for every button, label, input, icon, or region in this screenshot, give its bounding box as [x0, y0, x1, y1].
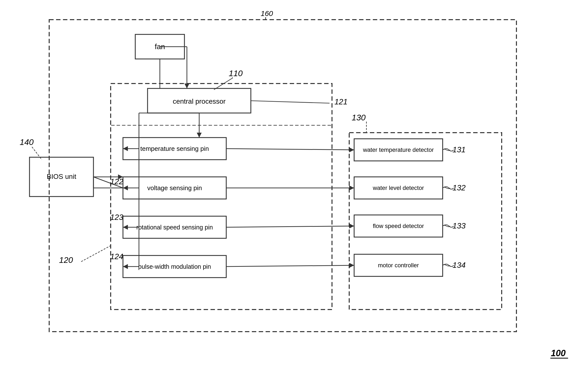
svg-marker-29 — [349, 263, 354, 268]
motor-ctrl-label: motor controller — [378, 262, 419, 269]
ref-160-label: 160 — [261, 9, 273, 17]
svg-marker-16 — [123, 264, 128, 269]
ref-122-text: 122 — [110, 177, 123, 186]
bios-label: BIOS unit — [47, 173, 76, 180]
svg-marker-27 — [349, 224, 354, 228]
svg-line-34 — [81, 246, 111, 262]
svg-line-28 — [226, 265, 354, 267]
inner-box-120 — [111, 84, 332, 310]
svg-line-36 — [32, 147, 42, 160]
outer-box-130 — [349, 133, 502, 310]
ref-110-text: 110 — [229, 69, 243, 78]
temp-sensing-label: temperature sensing pin — [140, 145, 209, 152]
flow-speed-label: flow speed detector — [373, 223, 424, 229]
svg-marker-25 — [349, 185, 354, 190]
ref-133-text: 133 — [452, 221, 466, 230]
diagram-container: 160 fan central processor temperature se… — [0, 0, 588, 368]
cpu-label: central processor — [173, 98, 226, 105]
svg-marker-12 — [123, 185, 128, 190]
ref-100-text: 100 — [551, 348, 566, 358]
svg-marker-23 — [349, 147, 354, 152]
ref-140-text: 140 — [20, 137, 34, 147]
ref-132-text: 132 — [452, 183, 466, 192]
ref-123-text: 123 — [110, 213, 123, 222]
svg-line-22 — [226, 149, 354, 150]
svg-marker-14 — [123, 225, 128, 230]
ref-121-text: 121 — [334, 97, 347, 106]
rot-speed-label: rotational speed sensing pin — [136, 224, 213, 231]
ref-120-text: 120 — [59, 255, 73, 265]
svg-line-33 — [251, 101, 330, 103]
ref-124-text: 124 — [110, 252, 123, 261]
svg-marker-10 — [123, 146, 128, 151]
pwm-label: pulse-width modulation pin — [138, 263, 211, 270]
voltage-sensing-label: voltage sensing pin — [147, 184, 202, 192]
svg-marker-6 — [197, 133, 202, 138]
svg-line-26 — [226, 226, 354, 227]
ref-130-text: 130 — [352, 113, 366, 122]
svg-marker-4 — [184, 84, 189, 88]
ref-134-text: 134 — [452, 261, 466, 269]
water-level-label: water level detector — [373, 184, 424, 191]
ref-131-text: 131 — [452, 145, 466, 154]
water-temp-label: water temperature detector — [363, 146, 434, 153]
